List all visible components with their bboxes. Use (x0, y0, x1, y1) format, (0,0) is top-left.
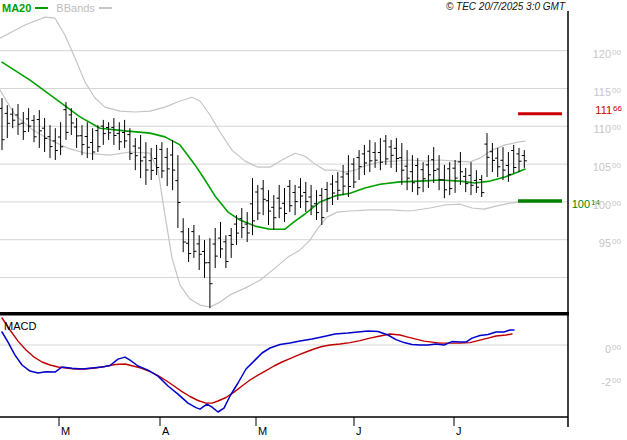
macd-axis-label: -200 (601, 375, 621, 388)
bollinger-bands (0, 17, 525, 307)
macd-signal-line (2, 318, 512, 403)
month-ticks (59, 417, 568, 427)
price-axis-label: 12000 (593, 47, 621, 60)
price-axis-label: 10000 (593, 198, 621, 211)
support-price-main: 100 (572, 198, 590, 210)
stock-chart-window: MA20 BBands © TEC 20/7/2025 3:0 GMT MACD… (0, 0, 627, 440)
resistance-price-label: 11166 (595, 103, 622, 116)
price-axis-label: 10500 (593, 160, 621, 173)
copyright-text: © TEC 20/7/2025 3:0 GMT (446, 1, 565, 12)
month-label: J (356, 425, 362, 437)
bbands-legend-label: BBands (56, 2, 95, 14)
macd-axis-label: 000 (605, 342, 621, 355)
resistance-price-decimals: 66 (613, 104, 622, 113)
price-axis-label: 9500 (599, 236, 621, 249)
price-axis-label: 11000 (594, 122, 621, 135)
legend: MA20 BBands (2, 2, 112, 14)
macd-panel-label: MACD (4, 320, 36, 332)
month-label: A (162, 425, 169, 437)
price-axis-label: 11500 (594, 85, 621, 98)
month-label: M (258, 425, 267, 437)
month-label: J (456, 425, 462, 437)
bbands-legend-dash-icon (99, 7, 112, 9)
resistance-price-main: 111 (595, 104, 612, 116)
month-label: M (61, 425, 70, 437)
ma20-legend-dash-icon (35, 7, 48, 9)
chart-canvas (0, 0, 627, 440)
ma20-legend-label: MA20 (2, 2, 31, 14)
